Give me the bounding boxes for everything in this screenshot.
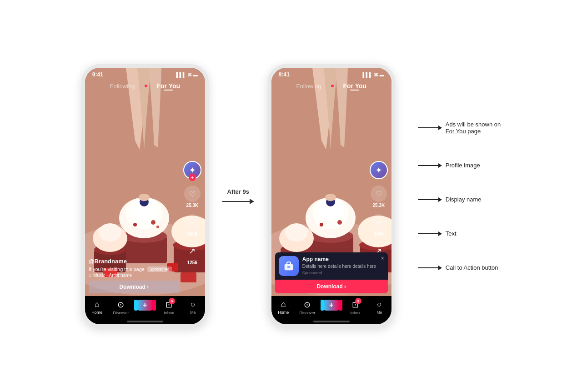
nav-home-left[interactable]: ⌂ Home: [85, 300, 109, 315]
profile-button-right[interactable]: ✦: [370, 161, 388, 179]
download-button-left[interactable]: Download ›: [89, 281, 180, 293]
arrow-line: [222, 199, 254, 204]
cta-annotation-text: Call to Action button: [446, 264, 498, 271]
text-arrow: [418, 231, 442, 236]
cta-arrow-tip: [438, 266, 442, 270]
following-tab-left[interactable]: Following: [110, 83, 135, 90]
heart-icon-left: ♡: [184, 186, 201, 202]
annotations-panel: Ads will be shown on For You page Profil…: [418, 121, 501, 271]
ad-download-button[interactable]: Download ›: [275, 280, 388, 293]
discover-label-right: Discover: [299, 311, 315, 315]
comment-icon-left: ···: [184, 214, 201, 231]
battery-icon-right: ▬: [380, 72, 384, 77]
home-icon-left: ⌂: [95, 300, 100, 309]
time-left: 9:41: [92, 71, 103, 78]
discover-icon-left: ⊙: [117, 300, 124, 310]
svg-point-32: [337, 220, 342, 225]
nav-inbox-right[interactable]: ⊡ 9 Inbox: [343, 300, 367, 315]
scene: 9:41 ▌▌▌ ⌘ ▬ Following For You ✦: [0, 0, 582, 392]
ad-text-area: App name Details here details here detai…: [302, 256, 384, 275]
nav-discover-left[interactable]: ⊙ Discover: [109, 300, 133, 315]
profile-annotation-text: Profile image: [446, 162, 480, 169]
nav-create-left[interactable]: +: [133, 300, 157, 311]
signal-icon: ▌▌▌: [176, 72, 186, 77]
home-indicator-left: [127, 321, 163, 322]
profile-annotation: Profile image: [418, 162, 501, 169]
nav-me-left[interactable]: ○ Me: [181, 300, 205, 315]
home-indicator-right: [313, 321, 350, 322]
profile-button-left[interactable]: ✦ +: [183, 161, 201, 179]
status-bar-right: 9:41 ▌▌▌ ⌘ ▬: [271, 68, 391, 80]
wifi-icon: ⌘: [187, 72, 192, 77]
ad-popup-header: App name Details here details here detai…: [275, 252, 388, 280]
svg-point-43: [325, 194, 336, 201]
me-label-left: Me: [190, 310, 196, 315]
display-name-annotation: Display name: [418, 196, 501, 203]
brand-name-left: @Brandname: [89, 258, 180, 265]
phone-right-screen: 9:41 ▌▌▌ ⌘ ▬ Following For You ✦: [271, 68, 391, 324]
share-count-left: 1256: [187, 260, 197, 265]
nav-home-right[interactable]: ⌂ Home: [271, 300, 296, 315]
create-button-left[interactable]: +: [137, 300, 153, 311]
nav-discover-right[interactable]: ⊙ Discover: [296, 300, 320, 315]
discover-label-left: Discover: [113, 311, 129, 315]
signal-icon-right: ▌▌▌: [363, 72, 372, 77]
display-name-arrow: [418, 197, 442, 202]
ads-annotation: Ads will be shown on For You page: [418, 121, 501, 135]
status-icons-right: ▌▌▌ ⌘ ▬: [363, 72, 384, 77]
live-dot-left: [145, 85, 147, 87]
text-arrow-line: [418, 233, 438, 234]
nav-create-right[interactable]: +: [319, 300, 343, 311]
sponsored-badge-left: Sponsored: [147, 266, 172, 272]
ad-app-name: App name: [302, 256, 384, 262]
comment-count-left: 3456: [187, 231, 197, 236]
svg-point-10: [133, 223, 137, 226]
share-icon-left: ↗: [184, 243, 201, 259]
svg-point-22: [139, 194, 150, 201]
for-you-tab-left[interactable]: For You: [156, 82, 180, 90]
comment-count-right: 3456: [374, 231, 384, 236]
inbox-icon-right: ⊡ 9: [352, 300, 359, 310]
display-name-arrow-line: [418, 199, 438, 200]
ad-close-button[interactable]: ×: [381, 255, 384, 261]
tiktok-icon-right: ✦: [376, 166, 381, 175]
battery-icon: ▬: [193, 72, 198, 77]
ad-app-icon: [279, 256, 299, 276]
nav-me-right[interactable]: ○ Me: [367, 300, 391, 315]
me-label-right: Me: [376, 310, 382, 315]
text-arrow-tip: [438, 231, 442, 236]
svg-point-15: [99, 223, 121, 241]
status-bar-left: 9:41 ▌▌▌ ⌘ ▬: [85, 68, 205, 80]
ads-arrow-tip: [438, 126, 442, 130]
text-annotation-text: Text: [446, 230, 457, 237]
svg-point-37: [285, 223, 308, 241]
nav-inbox-left[interactable]: ⊡ 9 Inbox: [157, 300, 181, 315]
arrow-shaft: [222, 201, 250, 202]
share-button-left[interactable]: ↗ 1256: [184, 243, 201, 265]
bottom-nav-right: ⌂ Home ⊙ Discover + ⊡ 9: [271, 296, 391, 324]
inbox-label-left: Inbox: [164, 311, 174, 315]
home-label-right: Home: [278, 310, 289, 315]
transition-arrow: After 9s: [222, 188, 254, 204]
like-button-right[interactable]: ♡ 25.3K: [371, 186, 387, 208]
for-you-tab-right[interactable]: For You: [343, 82, 366, 90]
ads-arrow: [418, 126, 442, 130]
ad-download-label: Download ›: [316, 283, 346, 290]
live-dot-right: [331, 85, 334, 87]
inbox-icon-left: ⊡ 9: [166, 300, 172, 310]
comment-button-left[interactable]: ··· 3456: [184, 214, 201, 236]
svg-point-11: [156, 226, 159, 228]
like-button-left[interactable]: ♡ 25.3K: [184, 186, 201, 208]
profile-arrow: [418, 163, 442, 168]
comment-button-right[interactable]: ··· 3456: [371, 214, 387, 236]
cta-annotation: Call to Action button: [418, 264, 501, 271]
create-button-right[interactable]: +: [323, 300, 340, 311]
wifi-icon-right: ⌘: [374, 72, 378, 77]
for-you-underline: For You page: [446, 128, 481, 135]
follow-plus-left: +: [189, 174, 196, 181]
display-name-arrow-tip: [438, 197, 442, 202]
nav-tabs-left: Following For You: [85, 80, 205, 92]
ad-popup: App name Details here details here detai…: [275, 252, 388, 293]
nav-tabs-right: Following For You: [271, 80, 391, 92]
following-tab-right[interactable]: Following: [296, 83, 321, 90]
